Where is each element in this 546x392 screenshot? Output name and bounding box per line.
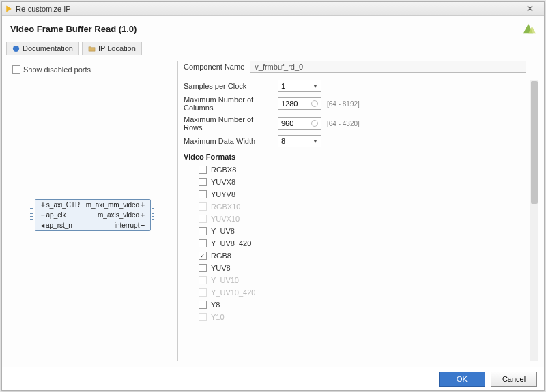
ok-button[interactable]: OK [439, 372, 485, 387]
component-name-label: Component Name [184, 63, 244, 71]
ip-diagram: +s_axi_CTRLm_axi_mm_video+ –ap_clkm_axis… [12, 74, 173, 357]
titlebar: Re-customize IP [2, 2, 544, 16]
page-title: Video Frame Buffer Read (1.0) [10, 24, 521, 34]
samples-per-clock-select[interactable]: 1▼ [278, 80, 321, 92]
format-rgbx8[interactable]: RGBX8 [184, 164, 530, 176]
format-y-uv10-420: Y_UV10_420 [184, 286, 530, 299]
tab-label: IP Location [98, 44, 136, 52]
video-formats-heading: Video Formats [184, 153, 530, 161]
footer: OK Cancel [2, 367, 544, 390]
header: Video Frame Buffer Read (1.0) [2, 16, 544, 42]
cancel-button[interactable]: Cancel [491, 372, 537, 387]
content-area: Show disabled ports +s_axi_CTRLm_axi_mm_… [2, 55, 544, 367]
format-rgb8[interactable]: ✓RGB8 [184, 250, 530, 262]
tab-label: Documentation [23, 44, 73, 52]
checkbox-icon [12, 65, 20, 74]
show-disabled-ports-checkbox[interactable]: Show disabled ports [12, 65, 173, 74]
param-max-data-width: Maximum Data Width 8▼ [184, 135, 530, 147]
tab-ip-location[interactable]: IP Location [82, 42, 142, 55]
component-name-field[interactable]: v_frmbuf_rd_0 [250, 61, 526, 73]
format-y-uv10: Y_UV10 [184, 274, 530, 286]
dialog-window: Re-customize IP Video Frame Buffer Read … [1, 1, 545, 391]
left-pane: Show disabled ports +s_axi_CTRLm_axi_mm_… [8, 61, 178, 361]
max-columns-input[interactable]: 1280 [278, 97, 321, 110]
right-pane: Component Name v_frmbuf_rd_0 Samples per… [184, 61, 538, 361]
scrollbar-thumb[interactable] [531, 81, 538, 204]
range-hint: [64 - 8192] [327, 100, 360, 108]
vendor-logo-icon [521, 21, 536, 36]
chevron-down-icon: ▼ [313, 138, 318, 145]
format-y-uv8[interactable]: Y_UV8 [184, 225, 530, 237]
param-max-rows: Maximum Number of Rows 960 [64 - 4320] [184, 115, 530, 132]
format-y8[interactable]: Y8 [184, 299, 530, 311]
format-yuvx8[interactable]: YUVX8 [184, 176, 530, 188]
range-hint: [64 - 4320] [327, 120, 360, 127]
reset-icon[interactable] [311, 120, 318, 127]
chevron-down-icon: ▼ [313, 83, 318, 89]
param-samples-per-clock: Samples per Clock 1▼ [184, 80, 530, 92]
format-y-uv8-420[interactable]: Y_UV8_420 [184, 237, 530, 250]
ip-block[interactable]: +s_axi_CTRLm_axi_mm_video+ –ap_clkm_axis… [35, 199, 151, 231]
info-icon: i [12, 45, 20, 52]
format-yuvx10: YUVX10 [184, 213, 530, 225]
checkbox-label: Show disabled ports [23, 65, 91, 74]
max-rows-input[interactable]: 960 [278, 117, 321, 130]
format-yuv8[interactable]: YUV8 [184, 262, 530, 274]
close-icon [527, 5, 533, 12]
parameters-panel: Samples per Clock 1▼ Maximum Number of C… [184, 80, 538, 361]
close-button[interactable] [518, 3, 541, 14]
window-title: Re-customize IP [16, 5, 71, 13]
scrollbar[interactable] [530, 80, 538, 361]
format-yuyv8[interactable]: YUYV8 [184, 188, 530, 200]
format-rgbx10: RGBX10 [184, 200, 530, 213]
reset-icon[interactable] [311, 100, 318, 107]
format-y10: Y10 [184, 311, 530, 323]
tab-documentation[interactable]: i Documentation [6, 42, 79, 55]
app-icon [5, 5, 13, 13]
max-data-width-select[interactable]: 8▼ [278, 135, 321, 147]
tab-bar: i Documentation IP Location [2, 42, 544, 55]
component-name-row: Component Name v_frmbuf_rd_0 [184, 61, 538, 73]
checkbox-checked-icon: ✓ [199, 252, 207, 260]
param-max-columns: Maximum Number of Columns 1280 [64 - 819… [184, 95, 530, 112]
folder-icon [88, 45, 96, 52]
